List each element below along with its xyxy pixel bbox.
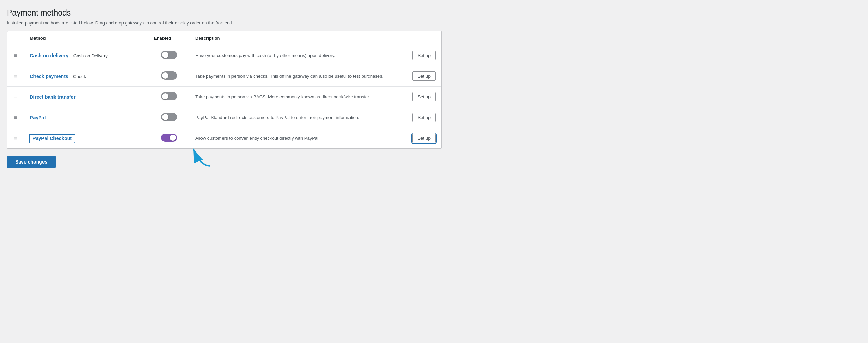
table-row-paypal: ≡PayPalPayPal Standard redirects custome… xyxy=(7,107,441,128)
col-header-method: Method xyxy=(24,31,148,45)
table-row-direct-bank-transfer: ≡Direct bank transferTake payments in pe… xyxy=(7,87,441,107)
description-paypal-checkout: Allow customers to conveniently checkout… xyxy=(190,128,407,149)
method-name-paypal-checkout[interactable]: PayPal Checkout xyxy=(32,136,72,141)
toggle-check-payments[interactable] xyxy=(161,71,177,80)
toggle-cash-on-delivery[interactable] xyxy=(161,51,177,59)
description-check-payments: Take payments in person via checks. This… xyxy=(190,66,407,87)
col-header-description: Description xyxy=(190,31,407,45)
setup-button-paypal-checkout[interactable]: Set up xyxy=(412,134,436,143)
method-name-paypal[interactable]: PayPal xyxy=(30,115,46,120)
toggle-direct-bank-transfer[interactable] xyxy=(161,92,177,100)
setup-button-direct-bank-transfer[interactable]: Set up xyxy=(412,92,436,101)
method-suffix: – Check xyxy=(68,74,86,79)
toggle-paypal[interactable] xyxy=(161,113,177,121)
description-paypal: PayPal Standard redirects customers to P… xyxy=(190,107,407,128)
drag-handle-icon[interactable]: ≡ xyxy=(13,52,19,58)
method-name-direct-bank-transfer[interactable]: Direct bank transfer xyxy=(30,94,75,100)
setup-button-check-payments[interactable]: Set up xyxy=(412,71,436,81)
table-row-check-payments: ≡Check payments – CheckTake payments in … xyxy=(7,66,441,87)
method-name-check-payments[interactable]: Check payments xyxy=(30,74,68,79)
setup-button-paypal[interactable]: Set up xyxy=(412,113,436,122)
setup-button-cash-on-delivery[interactable]: Set up xyxy=(412,51,436,60)
payment-methods-table: Method Enabled Description ≡Cash on deli… xyxy=(7,31,442,149)
method-name-cash-on-delivery[interactable]: Cash on delivery xyxy=(30,53,68,58)
drag-handle-icon[interactable]: ≡ xyxy=(13,73,19,79)
drag-handle-icon[interactable]: ≡ xyxy=(13,94,19,100)
table-row-paypal-checkout: ≡PayPal CheckoutAllow customers to conve… xyxy=(7,128,441,149)
toggle-paypal-checkout[interactable] xyxy=(161,134,177,142)
page-title: Payment methods xyxy=(7,8,442,18)
drag-handle-icon[interactable]: ≡ xyxy=(13,135,19,141)
save-changes-button[interactable]: Save changes xyxy=(7,156,56,168)
description-direct-bank-transfer: Take payments in person via BACS. More c… xyxy=(190,87,407,107)
method-suffix: – Cash on Delivery xyxy=(68,53,107,58)
page-subtitle: Installed payment methods are listed bel… xyxy=(7,20,442,26)
col-header-action xyxy=(407,31,441,45)
table-row-cash-on-delivery: ≡Cash on delivery – Cash on DeliveryHave… xyxy=(7,45,441,66)
col-header-enabled: Enabled xyxy=(148,31,190,45)
drag-handle-icon[interactable]: ≡ xyxy=(13,115,19,120)
description-cash-on-delivery: Have your customers pay with cash (or by… xyxy=(190,45,407,66)
